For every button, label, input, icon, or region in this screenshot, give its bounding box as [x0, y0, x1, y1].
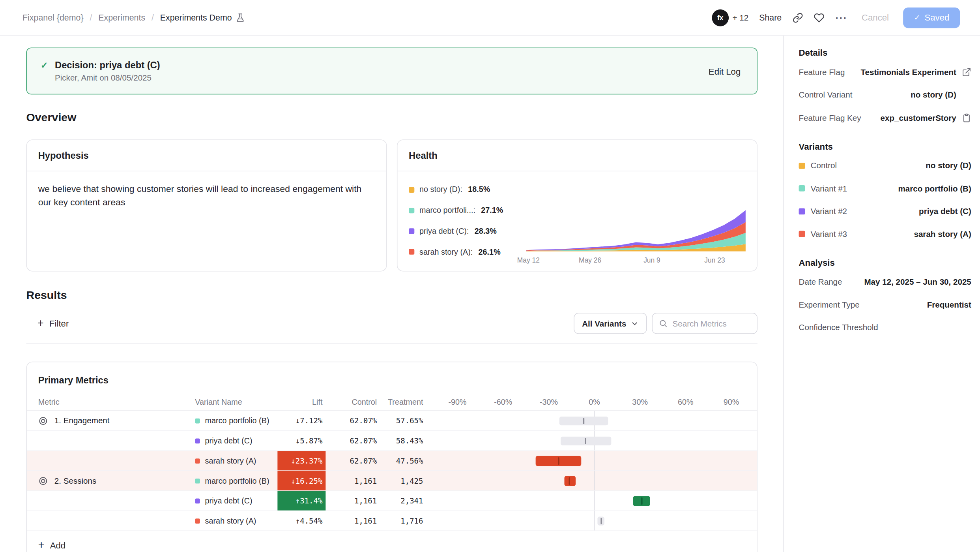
- legend-label: sarah story (A):: [419, 248, 473, 256]
- search-metrics-input[interactable]: [673, 319, 751, 328]
- target-icon: [38, 476, 48, 486]
- x-axis-label: Jun 23: [704, 257, 725, 264]
- confidence-interval-bar: [598, 516, 604, 525]
- column-lift: Lift: [277, 394, 325, 410]
- metric-row[interactable]: priya debt (C)↓5.87%62.07%58.43%: [27, 431, 757, 451]
- legend-item[interactable]: priya debt (C):28.3%: [409, 227, 519, 236]
- clipboard-icon[interactable]: [962, 113, 971, 122]
- metric-row[interactable]: sarah story (A)↓23.37%62.07%47.56%: [27, 451, 757, 471]
- variant-name: marco portfolio (B): [205, 476, 269, 485]
- health-chart-svg: [526, 207, 746, 252]
- analysis-label: Experiment Type: [799, 300, 860, 310]
- details-row: Feature FlagTestimonials Experiment: [799, 61, 971, 84]
- legend-percent: 28.3%: [475, 227, 497, 236]
- hypothesis-title: Hypothesis: [27, 140, 386, 171]
- saved-label: Saved: [924, 13, 949, 23]
- flask-icon: [236, 13, 245, 22]
- analysis-row: Confidence Threshold: [799, 316, 971, 339]
- breadcrumb-experiments[interactable]: Experiments: [98, 13, 145, 22]
- breadcrumb-separator: /: [90, 13, 92, 22]
- variant-row: Controlno story (D): [799, 154, 971, 177]
- metric-row[interactable]: 1. Engagementmarco portfolio (B)↓7.12%62…: [27, 411, 757, 431]
- filter-label: Filter: [49, 318, 69, 328]
- details-label: Feature Flag Key: [799, 113, 861, 122]
- control-value: 1,161: [325, 476, 377, 485]
- variants-dropdown-label: All Variants: [582, 319, 626, 328]
- variant-color-dot: [195, 458, 200, 463]
- breadcrumb-root[interactable]: Fixpanel {demo}: [22, 13, 84, 22]
- variant-color-dot: [195, 418, 200, 423]
- cancel-button[interactable]: Cancel: [858, 13, 893, 23]
- confidence-interval-cell: [445, 511, 757, 530]
- variants-dropdown[interactable]: All Variants: [574, 313, 647, 334]
- results-divider: [26, 344, 757, 344]
- column-control: Control: [325, 398, 377, 407]
- confidence-interval-bar: [559, 416, 608, 425]
- variants-section: Variants Controlno story (D)Variant #1ma…: [799, 141, 971, 246]
- legend-label: marco portfoli...:: [419, 206, 475, 215]
- avatar[interactable]: fx: [712, 9, 729, 26]
- variant-cell: sarah story (A): [195, 456, 277, 465]
- add-metric-button[interactable]: + Add: [27, 531, 65, 552]
- lift-cell: ↓5.87%: [277, 431, 325, 451]
- treatment-value: 47.56%: [377, 456, 423, 465]
- lift-value: ↓23.37%: [291, 456, 322, 465]
- collaborators-count[interactable]: + 12: [733, 13, 749, 22]
- hypothesis-text: we believe that showing customer stories…: [38, 183, 375, 209]
- column-metric: Metric: [27, 398, 195, 407]
- variant-color-dot: [195, 478, 200, 483]
- top-bar: Fixpanel {demo} / Experiments / Experime…: [0, 0, 980, 36]
- details-row: Control Variantno story (D): [799, 83, 971, 106]
- variant-value: priya debt (C): [919, 207, 971, 216]
- metrics-table-header: Metric Variant Name Lift Control Treatme…: [27, 394, 757, 411]
- content: ✓ Decision: priya debt (C) Picker, Amit …: [0, 36, 980, 552]
- confidence-interval-cell: [445, 491, 757, 511]
- metric-row[interactable]: priya debt (C)↑31.4%1,1612,341: [27, 491, 757, 511]
- primary-metrics-card: Primary Metrics Metric Variant Name Lift…: [26, 362, 757, 552]
- edit-log-button[interactable]: Edit Log: [709, 66, 741, 76]
- filter-button[interactable]: + Filter: [37, 318, 69, 328]
- details-label: Control Variant: [799, 90, 853, 100]
- axis-tick-label: 90%: [724, 398, 739, 407]
- analysis-section: Analysis Date RangeMay 12, 2025 – Jun 30…: [799, 257, 971, 339]
- lift-value: ↑31.4%: [295, 496, 323, 505]
- details-rows: Feature FlagTestimonials ExperimentContr…: [799, 61, 971, 129]
- search-metrics-box: [652, 313, 757, 334]
- details-label: Feature Flag: [799, 68, 845, 77]
- legend-swatch: [409, 228, 414, 234]
- more-menu-icon[interactable]: ⋯: [835, 12, 847, 23]
- metric-row[interactable]: sarah story (A)↑4.54%1,1611,716: [27, 511, 757, 531]
- lift-value: ↓7.12%: [295, 416, 323, 425]
- metrics-rows: 1. Engagementmarco portfolio (B)↓7.12%62…: [27, 411, 757, 531]
- heart-icon[interactable]: [814, 12, 824, 23]
- confidence-interval-bar: [565, 476, 576, 486]
- decision-subtitle: Picker, Amit on 08/05/2025: [55, 73, 160, 83]
- analysis-label: Date Range: [799, 277, 842, 287]
- x-axis-label: Jun 9: [643, 257, 660, 264]
- analysis-label: Confidence Threshold: [799, 323, 878, 332]
- control-value: 62.07%: [325, 416, 377, 425]
- plus-icon: +: [37, 319, 44, 328]
- saved-button[interactable]: ✓ Saved: [903, 7, 960, 28]
- legend-item[interactable]: marco portfoli...:27.1%: [409, 206, 519, 215]
- treatment-value: 1,716: [377, 516, 423, 525]
- share-button[interactable]: Share: [759, 13, 782, 22]
- add-label: Add: [50, 541, 65, 550]
- analysis-row: Date RangeMay 12, 2025 – Jun 30, 2025: [799, 270, 971, 293]
- legend-item[interactable]: sarah story (A):26.1%: [409, 248, 519, 256]
- details-row: Feature Flag Keyexp_customerStory: [799, 106, 971, 129]
- metric-cell: 2. Sessions: [27, 476, 195, 486]
- legend-percent: 18.5%: [468, 185, 490, 194]
- metric-row[interactable]: 2. Sessionsmarco portfolio (B)↓16.25%1,1…: [27, 471, 757, 491]
- lift-value: ↑4.54%: [295, 516, 323, 525]
- link-icon[interactable]: [792, 12, 803, 23]
- details-section: Details Feature FlagTestimonials Experim…: [799, 47, 971, 129]
- control-value: 1,161: [325, 516, 377, 525]
- external-link-icon[interactable]: [962, 68, 971, 77]
- variant-cell: priya debt (C): [195, 496, 277, 505]
- variant-swatch: [799, 231, 805, 237]
- legend-item[interactable]: no story (D):18.5%: [409, 185, 519, 194]
- variant-name: marco portfolio (B): [205, 416, 269, 425]
- plus-icon: +: [38, 541, 45, 550]
- variant-label: Control: [811, 161, 837, 171]
